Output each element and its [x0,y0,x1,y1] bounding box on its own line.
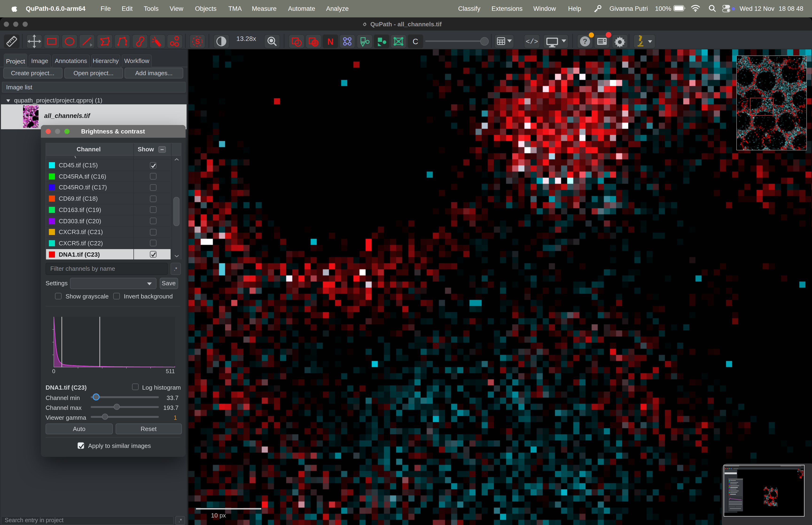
svg-text:0: 0 [52,368,55,374]
svg-text:511: 511 [166,368,175,374]
svg-text:N: N [327,37,333,46]
svg-text:S: S [195,37,200,45]
svg-text:?: ? [582,37,587,45]
svg-text:C: C [413,37,418,46]
svg-text:</>: </> [526,38,538,46]
